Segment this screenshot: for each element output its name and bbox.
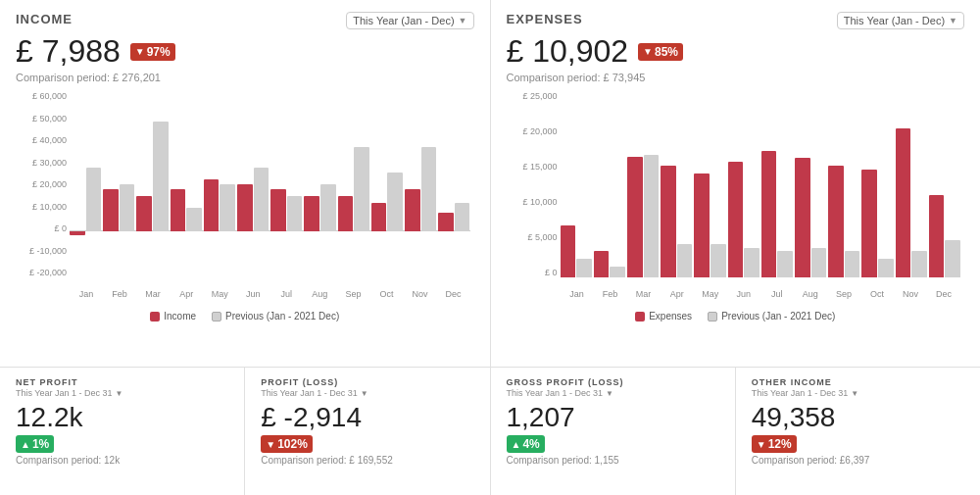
expenses-x-label: Nov [894,289,927,299]
expenses-bar-previous [945,240,960,277]
stat-badge: ▲ 4% [507,435,545,453]
income-bar-previous [153,122,169,231]
expenses-title: EXPENSES [507,12,583,26]
income-x-label: Oct [369,289,403,299]
expenses-bar-previous [710,244,726,277]
stat-period-chevron[interactable]: ▼ [116,389,123,398]
expenses-y-label: £ 0 [507,268,558,277]
expenses-badge-arrow: ▼ [643,46,653,57]
stat-period-chevron[interactable]: ▼ [851,389,858,398]
income-bar-current [204,179,220,230]
income-legend: Income Previous (Jan - 2021 Dec) [16,311,474,322]
expenses-y-label: £ 10,000 [507,197,558,207]
expenses-period-chevron: ▼ [949,16,957,25]
stat-title: PROFIT (LOSS) [261,377,473,387]
expenses-y-label: £ 15,000 [507,162,558,172]
income-month-group [136,91,168,277]
income-badge: ▼ 97% [130,43,175,61]
income-y-labels: £ 60,000£ 50,000£ 40,000£ 30,000£ 20,000… [16,91,67,277]
expenses-x-label: May [694,289,727,299]
income-bar-current [405,189,420,231]
expenses-month-group [561,91,592,277]
expenses-month-group [896,91,927,277]
expenses-x-label: Jun [727,289,760,299]
stat-comparison: Comparison period: £ 169,552 [261,455,473,466]
income-bar-previous [421,147,437,231]
expenses-value: £ 10,902 [507,33,629,70]
expenses-y-label: £ 5,000 [507,232,558,242]
income-chart: £ 60,000£ 50,000£ 40,000£ 30,000£ 20,000… [16,91,474,307]
expenses-bar-current [627,157,643,278]
expenses-bar-previous [811,248,827,277]
expenses-x-label: Feb [594,289,627,299]
income-x-label: Aug [303,289,336,299]
stat-badge-row: ▲ 4% [507,435,719,453]
income-bar-current [438,213,454,231]
income-badge-arrow: ▼ [135,46,145,57]
expenses-bar-current [896,128,911,277]
stat-period-chevron[interactable]: ▼ [606,389,613,398]
bottom-row: NET PROFIT This Year Jan 1 - Dec 31 ▼ 12… [0,368,980,495]
expenses-month-group [661,91,692,277]
income-month-group [438,91,469,277]
expenses-x-label: Sep [827,289,860,299]
stat-title: GROSS PROFIT (LOSS) [507,377,719,387]
expenses-panel: EXPENSES This Year (Jan - Dec) ▼ £ 10,90… [491,0,981,367]
income-bar-previous [254,168,270,230]
expenses-bar-previous [610,267,625,277]
expenses-bar-current [929,195,945,277]
expenses-x-label: Jul [760,289,794,299]
expenses-month-group [728,91,760,277]
income-swatch-previous [212,312,221,322]
expenses-period-selector[interactable]: This Year (Jan - Dec) ▼ [837,12,964,29]
stat-value: 49,358 [752,402,964,433]
income-period-selector[interactable]: This Year (Jan - Dec) ▼ [346,12,473,29]
income-x-labels: JanFebMarAprMayJunJulAugSepOctNovDec [70,289,470,299]
income-month-group [405,91,436,277]
dashboard: INCOME This Year (Jan - Dec) ▼ £ 7,988 ▼… [0,0,980,495]
expenses-bar-current [561,225,576,277]
stat-comparison: Comparison period: 12k [16,455,228,466]
expenses-month-group [627,91,659,277]
income-period-chevron: ▼ [459,16,467,25]
stat-period: This Year Jan 1 - Dec 31 ▼ [261,388,473,398]
expenses-x-label: Aug [794,289,827,299]
stat-badge-row: ▼ 102% [261,435,473,453]
income-bar-previous [320,184,336,231]
income-y-label: £ 10,000 [16,202,67,212]
income-bar-current [304,196,319,231]
expenses-bar-previous [777,251,793,277]
income-header: INCOME This Year (Jan - Dec) ▼ [16,12,474,29]
income-x-label: Nov [403,289,436,299]
stat-panel-2: GROSS PROFIT (LOSS) This Year Jan 1 - De… [491,368,736,495]
stat-comparison: Comparison period: £6,397 [752,455,964,466]
expenses-month-group [795,91,826,277]
expenses-bar-current [795,158,810,277]
expenses-legend: Expenses Previous (Jan - 2021 Dec) [507,311,965,322]
income-x-label: Dec [437,289,470,299]
top-row: INCOME This Year (Jan - Dec) ▼ £ 7,988 ▼… [0,0,980,368]
expenses-x-label: Apr [661,289,694,299]
expenses-x-label: Dec [927,289,960,299]
income-x-label: Apr [170,289,203,299]
expenses-swatch-previous [708,312,717,322]
stat-value: 1,207 [507,402,719,433]
expenses-swatch-current [635,312,645,322]
income-y-label: £ 0 [16,223,67,233]
expenses-bar-current [861,170,877,277]
stat-comparison: Comparison period: 1,155 [507,455,719,466]
stat-panel-1: PROFIT (LOSS) This Year Jan 1 - Dec 31 ▼… [245,368,490,495]
income-bar-previous [120,184,135,231]
expenses-legend-current: Expenses [635,311,692,322]
income-bar-previous [387,173,403,230]
income-month-group [338,91,369,277]
expenses-metric-row: £ 10,902 ▼ 85% [507,33,965,70]
income-bar-previous [220,184,235,231]
expenses-comparison: Comparison period: £ 73,945 [507,72,965,83]
income-month-group [304,91,335,277]
stat-value: £ -2,914 [261,402,473,433]
expenses-month-group [861,91,893,277]
income-y-label: £ 60,000 [16,91,67,101]
stat-period-chevron[interactable]: ▼ [361,389,368,398]
expenses-x-label: Mar [627,289,661,299]
